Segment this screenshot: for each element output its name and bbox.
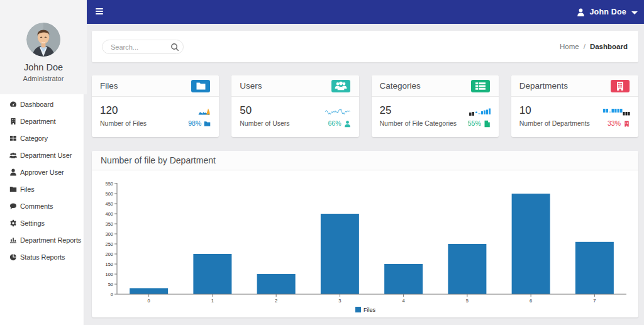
- stat-label: Number of Files: [100, 119, 147, 127]
- bar-chart: 0501001502002503003504004505005500123456…: [92, 170, 638, 317]
- search-icon[interactable]: [170, 43, 179, 52]
- stat-card-body: 50Number of Users66%: [231, 97, 358, 127]
- sidebar-item-label: Dashboard: [20, 101, 53, 108]
- search-input[interactable]: [111, 41, 167, 53]
- stat-card-categories: Categories25Number of File Categories55%: [372, 75, 499, 137]
- th-large-icon: [9, 135, 17, 142]
- sidebar-item-label: Department User: [20, 151, 72, 159]
- sidebar-item-label: Department: [20, 118, 55, 125]
- toolbar-card: Home / Dashboard: [92, 31, 638, 62]
- sidebar-item-department-reports[interactable]: Department Reports: [0, 231, 84, 248]
- sidebar-item-category[interactable]: Category: [0, 129, 84, 146]
- avatar: [26, 23, 60, 57]
- stat-percent-value: 66%: [328, 119, 341, 127]
- breadcrumb-current: Dashboard: [590, 43, 628, 50]
- app-root: John Doe Administrator DashboardDepartme…: [0, 0, 644, 325]
- navbar-user-menu[interactable]: John Doe: [577, 0, 638, 24]
- top-navbar: John Doe: [87, 0, 644, 24]
- sidebar-item-label: Comments: [20, 202, 53, 210]
- stat-card-title: Categories: [380, 81, 421, 91]
- svg-text:500: 500: [105, 191, 113, 197]
- svg-text:400: 400: [105, 211, 113, 217]
- sidebar-item-department-user[interactable]: Department User: [0, 146, 84, 163]
- sidebar-item-files[interactable]: Files: [0, 180, 84, 197]
- sidebar-item-status-reports[interactable]: Status Reports: [0, 248, 84, 265]
- stat-label: Number of Users: [240, 119, 289, 127]
- sparkline-chart: [325, 107, 351, 116]
- sidebar-user-panel: John Doe Administrator: [0, 0, 87, 94]
- building-icon: [623, 120, 630, 127]
- stat-percent-value: 55%: [468, 119, 481, 127]
- sidebar-item-label: Settings: [20, 219, 45, 227]
- svg-text:5: 5: [466, 298, 469, 304]
- svg-text:300: 300: [105, 231, 113, 237]
- sidebar-item-approver-user[interactable]: Approver User: [0, 163, 84, 180]
- stats-row: Files120Number of Files98%Users50Number …: [92, 75, 638, 137]
- chart-card: Number of file by Department 05010015020…: [92, 151, 638, 317]
- stat-card-departments: Departments10Number of Departments33%: [511, 75, 638, 137]
- sidebar-user-role: Administrator: [0, 75, 87, 82]
- breadcrumb: Home / Dashboard: [560, 31, 628, 62]
- stat-percent-value: 98%: [188, 119, 201, 127]
- stat-card-header: Categories: [372, 75, 499, 97]
- gear-icon: [9, 219, 17, 227]
- stat-card-files: Files120Number of Files98%: [92, 75, 219, 137]
- svg-text:6: 6: [530, 298, 532, 304]
- svg-text:150: 150: [105, 262, 113, 267]
- sidebar: John Doe Administrator DashboardDepartme…: [0, 0, 87, 325]
- stat-card-body: 25Number of File Categories55%: [372, 97, 499, 127]
- svg-text:450: 450: [105, 201, 113, 207]
- breadcrumb-home-link[interactable]: Home: [560, 43, 579, 50]
- sidebar-item-label: Department Reports: [20, 236, 81, 244]
- sidebar-item-comments[interactable]: Comments: [0, 197, 84, 214]
- svg-text:0: 0: [111, 292, 113, 297]
- stat-card-body: 10Number of Departments33%: [511, 97, 638, 127]
- search-box: [102, 40, 184, 54]
- list-icon: [471, 80, 490, 92]
- sidebar-user-name: John Doe: [0, 62, 87, 72]
- user-icon: [344, 120, 351, 127]
- svg-text:0: 0: [148, 298, 150, 304]
- sidebar-item-department[interactable]: Department: [0, 113, 84, 129]
- users-icon: [331, 80, 350, 92]
- chart-card-header: Number of file by Department: [92, 151, 638, 170]
- sidebar-item-settings[interactable]: Settings: [0, 214, 84, 231]
- content-area: Home / Dashboard Files120Number of Files…: [87, 24, 644, 325]
- stat-label: Number of File Categories: [380, 119, 457, 127]
- menu-toggle-icon[interactable]: [96, 8, 103, 15]
- svg-text:2: 2: [275, 298, 277, 304]
- stat-percent: 33%: [608, 119, 630, 127]
- stat-percent-value: 33%: [608, 119, 621, 127]
- stat-card-body: 120Number of Files98%: [92, 97, 219, 127]
- stat-card-title: Departments: [519, 81, 568, 91]
- stat-label: Number of Departments: [519, 119, 590, 127]
- chart-bar-icon: [9, 236, 17, 244]
- user-icon: [577, 8, 585, 16]
- sidebar-item-dashboard[interactable]: Dashboard: [0, 96, 84, 113]
- sidebar-item-label: Category: [20, 135, 48, 142]
- sparkline-chart: [469, 107, 491, 116]
- comment-icon: [9, 202, 17, 210]
- chart-title: Number of file by Department: [101, 155, 216, 165]
- svg-text:50: 50: [108, 282, 113, 287]
- sparkline-chart: [198, 107, 211, 116]
- folder-icon: [204, 120, 211, 127]
- svg-text:Files: Files: [364, 307, 376, 313]
- stat-value: 50: [240, 104, 252, 117]
- sidebar-item-label: Approver User: [20, 168, 64, 176]
- svg-text:7: 7: [593, 298, 596, 304]
- stat-card-header: Departments: [511, 75, 638, 97]
- stat-card-users: Users50Number of Users66%: [231, 75, 358, 137]
- sparkline-chart: [603, 107, 630, 116]
- svg-text:200: 200: [105, 251, 113, 257]
- building-icon: [9, 118, 17, 125]
- folder-icon: [9, 185, 17, 193]
- file-icon: [484, 120, 491, 127]
- stat-value: 120: [100, 104, 118, 117]
- stat-card-title: Files: [100, 81, 118, 91]
- stat-percent: 55%: [468, 119, 491, 127]
- svg-text:100: 100: [105, 272, 113, 277]
- stat-percent: 66%: [328, 119, 350, 127]
- tachometer-icon: [9, 101, 17, 108]
- svg-text:350: 350: [105, 221, 113, 227]
